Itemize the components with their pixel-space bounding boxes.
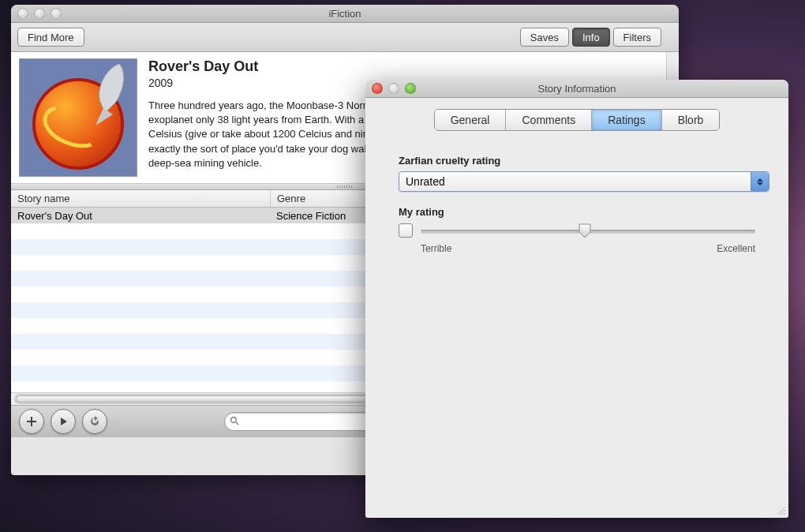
find-more-button[interactable]: Find More: [17, 28, 84, 47]
view-segment: Saves Info Filters: [520, 28, 661, 47]
svg-line-1: [236, 422, 238, 425]
cell-name: Rover's Day Out: [11, 210, 270, 222]
tab-ratings[interactable]: Ratings: [592, 110, 661, 130]
filters-label: Filters: [623, 32, 651, 43]
tab-comments[interactable]: Comments: [506, 110, 592, 130]
dialog-tab-bar: General Comments Ratings Blorb: [365, 98, 788, 131]
add-button[interactable]: [19, 409, 44, 434]
search-icon: [230, 416, 239, 428]
tab-general-label: General: [451, 114, 490, 126]
story-cover-art: [19, 58, 137, 177]
close-button[interactable]: [17, 8, 28, 19]
plus-icon: [26, 416, 37, 427]
saves-tab-button[interactable]: Saves: [520, 28, 569, 47]
my-rating-checkbox[interactable]: [399, 223, 413, 238]
dialog-traffic-lights: [372, 83, 416, 94]
story-title: Rover's Day Out: [148, 58, 658, 75]
info-tab-button[interactable]: Info: [572, 28, 610, 47]
refresh-icon: [89, 416, 100, 427]
dialog-resize-handle[interactable]: [776, 505, 786, 515]
main-toolbar: Find More Saves Info Filters: [11, 23, 679, 52]
slider-max-label: Excellent: [717, 243, 755, 254]
my-rating-slider[interactable]: [421, 223, 755, 238]
dialog-close-button[interactable]: [372, 83, 383, 94]
zoom-button[interactable]: [51, 8, 62, 19]
play-icon: [58, 416, 69, 427]
dialog-zoom-button[interactable]: [405, 83, 416, 94]
traffic-lights: [17, 8, 62, 19]
stepper-arrows-icon: [751, 172, 769, 191]
dialog-body: Zarfian cruelty rating Unrated My rating: [365, 131, 788, 278]
tab-comments-label: Comments: [522, 114, 575, 126]
cruelty-rating-label: Zarfian cruelty rating: [399, 155, 755, 167]
tab-blorb-label: Blorb: [678, 114, 704, 126]
tab-ratings-label: Ratings: [608, 114, 645, 126]
svg-point-0: [231, 417, 237, 422]
find-more-label: Find More: [28, 32, 74, 43]
story-info-dialog: Story Information General Comments Ratin…: [365, 80, 788, 518]
dialog-minimize-button[interactable]: [388, 83, 399, 94]
info-label: Info: [582, 32, 600, 43]
play-button[interactable]: [51, 409, 76, 434]
dialog-title: Story Information: [538, 83, 616, 95]
tab-general[interactable]: General: [435, 110, 507, 130]
slider-min-label: Terrible: [421, 243, 451, 254]
cruelty-rating-popup[interactable]: Unrated: [399, 171, 769, 192]
my-rating-label: My rating: [399, 206, 755, 218]
tab-blorb[interactable]: Blorb: [662, 110, 720, 130]
main-titlebar[interactable]: iFiction: [11, 5, 679, 23]
main-window-title: iFiction: [328, 8, 361, 20]
slider-knob-icon[interactable]: [578, 223, 592, 238]
column-header-name[interactable]: Story name: [11, 190, 271, 207]
cruelty-rating-value: Unrated: [406, 175, 445, 188]
saves-label: Saves: [530, 32, 559, 43]
dialog-titlebar[interactable]: Story Information: [365, 80, 788, 98]
rocket-icon: [81, 62, 130, 133]
filters-tab-button[interactable]: Filters: [613, 28, 661, 47]
minimize-button[interactable]: [34, 8, 45, 19]
refresh-button[interactable]: [82, 409, 107, 434]
